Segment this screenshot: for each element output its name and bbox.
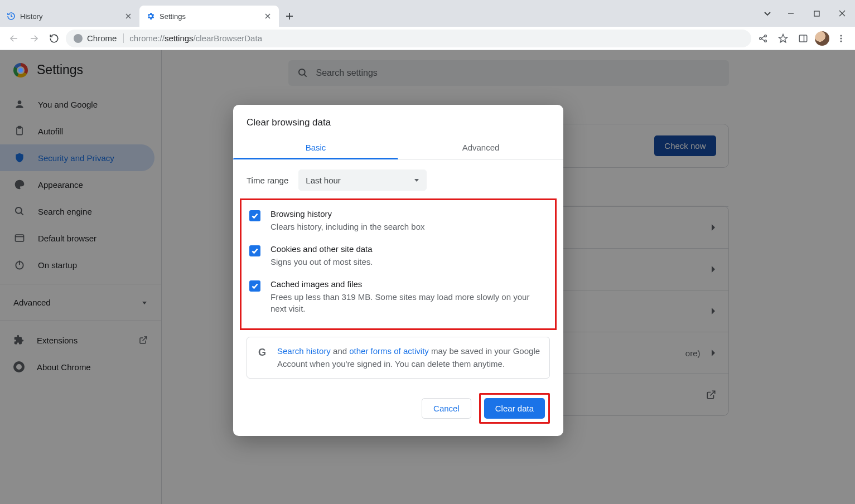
- other-activity-link[interactable]: other forms of activity: [349, 346, 429, 356]
- tab-title: History: [20, 12, 42, 21]
- tab-title: Settings: [160, 12, 186, 21]
- url-text: chrome://settings/clearBrowserData: [129, 33, 262, 43]
- svg-point-19: [840, 37, 842, 39]
- time-range-select[interactable]: Last hour: [298, 169, 427, 191]
- checkbox-icon[interactable]: [249, 245, 260, 256]
- clear-data-button[interactable]: Clear data: [484, 398, 545, 419]
- minimize-button[interactable]: [778, 0, 804, 27]
- tab-history[interactable]: History: [0, 6, 139, 27]
- checkbox-browsing-history[interactable]: Browsing history Clears history, includi…: [247, 203, 549, 239]
- checkbox-subtitle: Frees up less than 319 MB. Some sites ma…: [270, 291, 547, 316]
- checkbox-icon[interactable]: [249, 210, 260, 221]
- gear-icon: [146, 12, 155, 21]
- browser-tab-strip: History Settings: [0, 0, 855, 27]
- forward-button[interactable]: [26, 30, 42, 47]
- google-account-info: G Search history and other forms of acti…: [247, 337, 550, 379]
- svg-point-14: [765, 40, 767, 42]
- search-history-link[interactable]: Search history: [277, 346, 331, 356]
- dialog-title: Clear browsing data: [233, 117, 563, 136]
- share-button[interactable]: [755, 30, 771, 47]
- dialog-actions: Cancel Clear data: [233, 379, 563, 424]
- maximize-button[interactable]: [804, 0, 829, 27]
- new-tab-button[interactable]: [281, 8, 298, 25]
- google-icon: G: [256, 346, 268, 358]
- browser-toolbar: Chrome chrome://settings/clearBrowserDat…: [0, 27, 855, 50]
- menu-button[interactable]: [833, 30, 849, 47]
- dialog-tabs: Basic Advanced: [233, 136, 563, 159]
- chevron-down-icon: [414, 177, 419, 183]
- chrome-icon: [74, 34, 83, 43]
- svg-point-13: [765, 35, 767, 37]
- time-range-row: Time range Last hour: [233, 159, 563, 198]
- checkbox-title: Browsing history: [270, 209, 425, 219]
- back-button[interactable]: [6, 30, 22, 47]
- window-controls: [757, 0, 855, 27]
- cancel-button[interactable]: Cancel: [422, 398, 471, 419]
- tab-basic[interactable]: Basic: [233, 136, 398, 159]
- close-icon[interactable]: [263, 12, 272, 21]
- checkbox-subtitle: Clears history, including in the search …: [270, 221, 425, 233]
- time-range-value: Last hour: [306, 176, 341, 185]
- bookmark-button[interactable]: [775, 30, 791, 47]
- svg-marker-15: [779, 34, 788, 42]
- info-text: Search history and other forms of activi…: [277, 345, 540, 370]
- reload-button[interactable]: [46, 30, 62, 47]
- history-icon: [7, 12, 16, 21]
- side-panel-button[interactable]: [795, 30, 811, 47]
- svg-point-18: [840, 35, 842, 36]
- checkbox-group-highlight: Browsing history Clears history, includi…: [240, 198, 557, 330]
- close-window-button[interactable]: [829, 0, 855, 27]
- tab-settings[interactable]: Settings: [139, 6, 279, 27]
- checkbox-subtitle: Signs you out of most sites.: [270, 256, 373, 268]
- svg-rect-16: [799, 35, 807, 42]
- clear-browsing-data-dialog: Clear browsing data Basic Advanced Time …: [233, 105, 563, 436]
- svg-point-12: [760, 37, 762, 40]
- profile-avatar[interactable]: [815, 31, 829, 46]
- time-range-label: Time range: [247, 176, 288, 185]
- url-scheme-label: Chrome: [87, 33, 117, 43]
- svg-marker-43: [414, 179, 419, 182]
- svg-rect-7: [814, 11, 819, 16]
- tab-advanced[interactable]: Advanced: [398, 136, 563, 159]
- checkbox-icon[interactable]: [249, 280, 260, 292]
- checkbox-cookies[interactable]: Cookies and other site data Signs you ou…: [247, 239, 549, 274]
- checkbox-title: Cached images and files: [270, 279, 547, 289]
- url-scheme-chip: Chrome: [74, 33, 124, 43]
- svg-point-20: [840, 40, 842, 42]
- address-bar[interactable]: Chrome chrome://settings/clearBrowserDat…: [66, 30, 751, 47]
- clear-data-highlight: Clear data: [479, 393, 550, 424]
- close-icon[interactable]: [124, 12, 133, 21]
- checkbox-cached[interactable]: Cached images and files Frees up less th…: [247, 274, 549, 321]
- checkbox-title: Cookies and other site data: [270, 244, 373, 254]
- tab-search-button[interactable]: [757, 0, 778, 27]
